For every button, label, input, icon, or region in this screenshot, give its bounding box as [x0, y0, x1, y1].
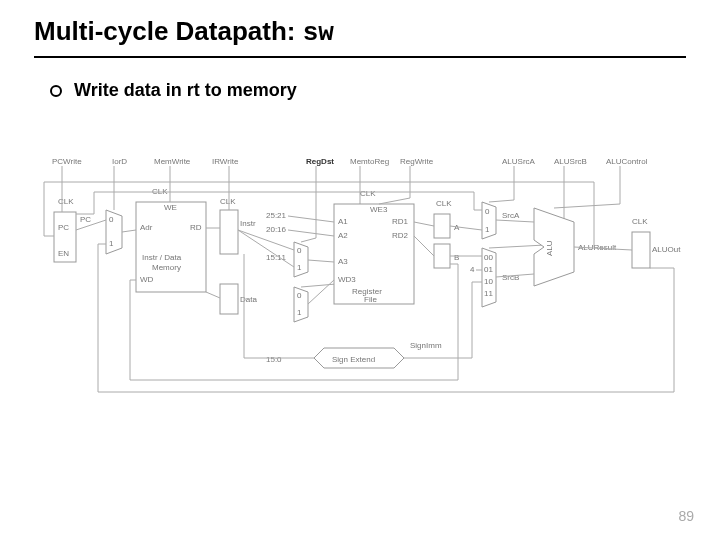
bullet-icon — [50, 85, 62, 97]
svg-line-21 — [288, 230, 334, 236]
rf-we3: WE3 — [370, 205, 388, 214]
svg-text:0: 0 — [297, 291, 302, 300]
sig-memtoreg: MemtoReg — [350, 157, 389, 166]
sig-regdst: RegDst — [306, 157, 334, 166]
svg-line-9 — [206, 292, 220, 298]
title-prefix: Multi-cycle Datapath: — [34, 16, 303, 46]
svg-line-37 — [489, 200, 514, 202]
page-number: 89 — [678, 508, 694, 524]
rf-rd2: RD2 — [392, 231, 409, 240]
pc-out: PC — [80, 215, 91, 224]
signimm-label: SignImm — [410, 341, 442, 350]
svg-line-25 — [379, 198, 410, 204]
mem-name2: Memory — [152, 263, 181, 272]
svg-line-23 — [308, 280, 334, 304]
svg-text:11: 11 — [484, 289, 493, 298]
bits-rs: 25:21 — [266, 211, 287, 220]
clk-rf: CLK — [360, 189, 376, 198]
pc-en: EN — [58, 249, 69, 258]
pc-label: PC — [58, 223, 69, 232]
b-register — [434, 244, 450, 268]
signext-label: Sign Extend — [332, 355, 375, 364]
svg-text:1: 1 — [297, 263, 302, 272]
sig-aluctrl: ALUControl — [606, 157, 648, 166]
sig-alusrcb: ALUSrcB — [554, 157, 587, 166]
clk-pc: CLK — [58, 197, 74, 206]
svg-line-22 — [308, 260, 334, 262]
datapath-diagram: PCWrite IorD MemWrite IRWrite RegDst Mem… — [34, 152, 686, 422]
bits-rt: 20:16 — [266, 225, 287, 234]
sig-pcwrite: PCWrite — [52, 157, 82, 166]
aluout-label: ALUOut — [652, 245, 681, 254]
sig-alusrca: ALUSrcA — [502, 157, 536, 166]
mem-rd: RD — [190, 223, 202, 232]
sig-iord: IorD — [112, 157, 127, 166]
alu-label: ALU — [545, 240, 554, 256]
srcb-label: SrcB — [502, 273, 519, 282]
sig-regwrite: RegWrite — [400, 157, 434, 166]
ir-label: Instr — [240, 219, 256, 228]
bits-imm: 15:0 — [266, 355, 282, 364]
svg-line-46 — [496, 220, 534, 222]
svg-line-5 — [122, 230, 136, 232]
svg-text:0: 0 — [297, 246, 302, 255]
svg-text:00: 00 — [484, 253, 493, 262]
slide-title: Multi-cycle Datapath: sw — [34, 16, 334, 48]
svg-text:10: 10 — [484, 277, 493, 286]
title-rule — [34, 56, 686, 58]
ir-register — [220, 210, 238, 254]
aluout-register — [632, 232, 650, 268]
const4: 4 — [470, 265, 475, 274]
clk-ir: CLK — [220, 197, 236, 206]
svg-text:1: 1 — [109, 239, 114, 248]
rf-a3: A3 — [338, 257, 348, 266]
svg-line-26 — [414, 222, 434, 226]
mem-we: WE — [164, 203, 177, 212]
b-label: B — [454, 253, 459, 262]
rf-name2: File — [364, 295, 377, 304]
title-mono: sw — [303, 18, 334, 48]
svg-line-20 — [288, 216, 334, 222]
mem-name1: Instr / Data — [142, 253, 182, 262]
data-register — [220, 284, 238, 314]
rf-rd1: RD1 — [392, 217, 409, 226]
svg-text:0: 0 — [485, 207, 490, 216]
alu — [534, 208, 574, 286]
a-register — [434, 214, 450, 238]
sig-memwrite: MemWrite — [154, 157, 191, 166]
svg-text:01: 01 — [484, 265, 493, 274]
rf-a2: A2 — [338, 231, 348, 240]
mem-adr: Adr — [140, 223, 153, 232]
mem-wd: WD — [140, 275, 154, 284]
clk-aluout: CLK — [632, 217, 648, 226]
svg-text:0: 0 — [109, 215, 114, 224]
svg-text:1: 1 — [485, 225, 490, 234]
sig-irwrite: IRWrite — [212, 157, 239, 166]
svg-line-27 — [414, 236, 434, 256]
data-label: Data — [240, 295, 257, 304]
svg-text:1: 1 — [297, 308, 302, 317]
rf-a1: A1 — [338, 217, 348, 226]
bullet-item: Write data in rt to memory — [50, 80, 297, 101]
clk-ab: CLK — [436, 199, 452, 208]
rf-wd3: WD3 — [338, 275, 356, 284]
svg-line-15 — [301, 238, 316, 242]
srca-label: SrcA — [502, 211, 520, 220]
bullet-text: Write data in rt to memory — [74, 80, 297, 101]
